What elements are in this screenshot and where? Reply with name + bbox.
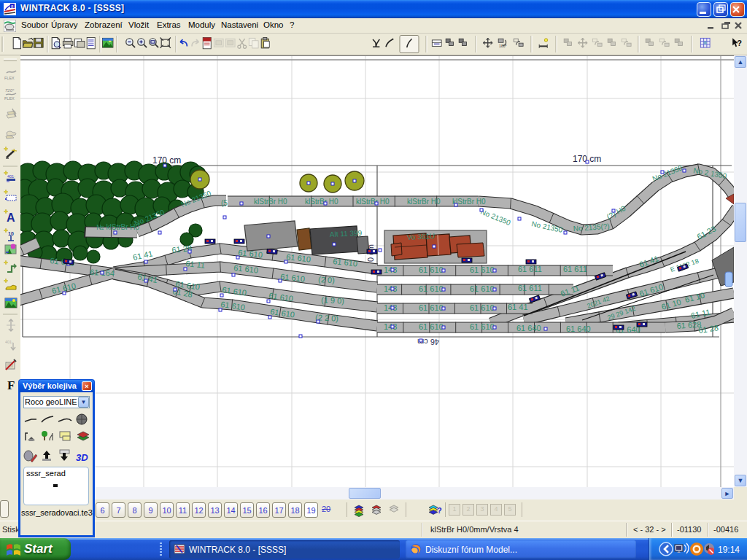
svg-text:401·: 401· <box>7 174 15 179</box>
svg-text:FLEX: FLEX <box>4 96 15 101</box>
svg-text:(2 0): (2 0) <box>318 275 335 284</box>
svg-text:klStrBr H0: klStrBr H0 <box>407 198 441 206</box>
svg-text:61 611: 61 611 <box>518 284 542 292</box>
svg-text:61 611: 61 611 <box>563 265 587 273</box>
svg-text:61 41: 61 41 <box>508 303 528 311</box>
svg-text:61 610: 61 610 <box>238 248 263 259</box>
svg-text:Vo 361U: Vo 361U <box>407 232 436 241</box>
svg-text:61 610: 61 610 <box>419 303 444 312</box>
svg-text:61 610: 61 610 <box>470 303 495 312</box>
svg-text:143: 143 <box>384 322 397 331</box>
svg-text:61 610: 61 610 <box>419 284 444 293</box>
svg-text:180°: 180° <box>499 44 507 48</box>
svg-text:61 640: 61 640 <box>566 324 591 333</box>
svg-text:№ klStrBr H0: № klStrBr H0 <box>96 223 140 231</box>
svg-text:F: F <box>7 378 15 392</box>
svg-text:klStrBr H0: klStrBr H0 <box>305 198 338 206</box>
svg-text:61 28: 61 28 <box>698 323 719 335</box>
svg-text:61 640: 61 640 <box>516 324 541 332</box>
svg-text:Alt 11 399: Alt 11 399 <box>330 229 363 238</box>
svg-text:(1 9 0): (1 9 0) <box>321 295 344 306</box>
svg-text:?: ? <box>737 39 742 47</box>
svg-text:3D: 3D <box>76 452 88 463</box>
svg-text:61 610: 61 610 <box>419 265 444 274</box>
svg-text:klStrBr H0: klStrBr H0 <box>356 198 390 206</box>
svg-text:143: 143 <box>384 265 397 274</box>
svg-text:61 610: 61 610 <box>280 272 306 283</box>
svg-text:No 21350: No 21350 <box>479 208 512 228</box>
svg-text:10: 10 <box>8 231 14 236</box>
svg-text:61 610: 61 610 <box>470 322 495 331</box>
svg-text:143: 143 <box>384 303 397 312</box>
svg-text:FLEX: FLEX <box>4 76 15 80</box>
svg-text:(5: (5 <box>221 199 228 207</box>
svg-text:61 611: 61 611 <box>518 265 542 273</box>
svg-text:401·: 401· <box>5 340 13 344</box>
svg-text:29 29 142: 29 29 142 <box>606 305 636 322</box>
svg-text:A: A <box>7 211 15 224</box>
svg-text:klStrBr H0: klStrBr H0 <box>254 198 287 206</box>
svg-text:61 610: 61 610 <box>470 284 495 293</box>
svg-text:720°: 720° <box>5 88 15 93</box>
svg-text:143: 143 <box>384 284 397 293</box>
svg-text:61 610: 61 610 <box>419 322 444 331</box>
svg-text:61 610: 61 610 <box>470 265 495 274</box>
